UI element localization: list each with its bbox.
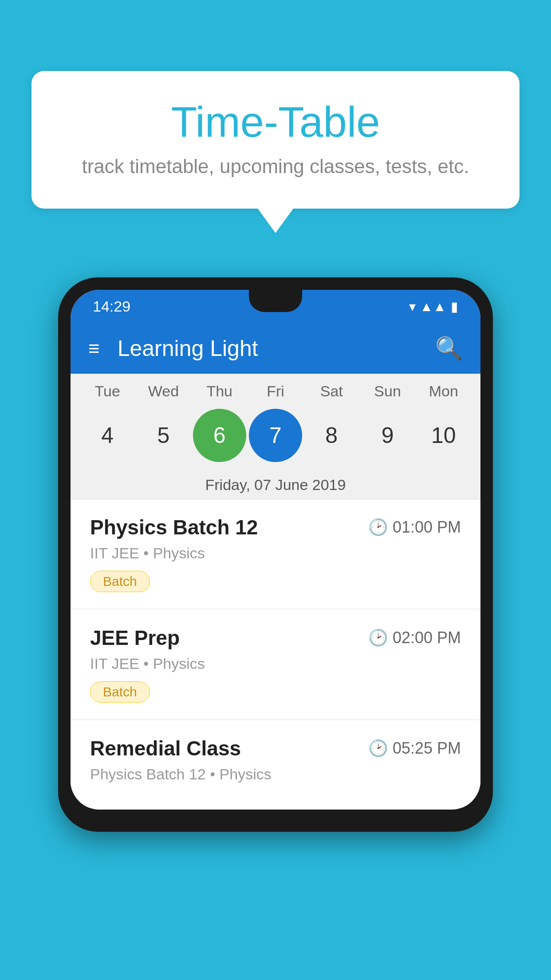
date-8[interactable]: 8 xyxy=(305,409,358,462)
schedule-item-header-1: Physics Batch 12 🕑 01:00 PM xyxy=(90,515,461,539)
day-sat: Sat xyxy=(305,383,358,400)
battery-icon: ▮ xyxy=(451,299,458,314)
schedule-title-1: Physics Batch 12 xyxy=(90,515,258,539)
signal-icon: ▲▲ xyxy=(420,299,446,314)
wifi-icon: ▾ xyxy=(409,299,416,314)
clock-icon-2: 🕑 xyxy=(368,628,388,647)
status-time: 14:29 xyxy=(93,298,130,315)
date-5[interactable]: 5 xyxy=(137,409,190,462)
schedule-subtitle-2: IIT JEE • Physics xyxy=(90,655,461,672)
date-4[interactable]: 4 xyxy=(81,409,134,462)
notch xyxy=(249,290,302,312)
schedule-subtitle-3: Physics Batch 12 • Physics xyxy=(90,766,461,783)
schedule-item-header-2: JEE Prep 🕑 02:00 PM xyxy=(90,626,461,650)
schedule-item-header-3: Remedial Class 🕑 05:25 PM xyxy=(90,736,461,760)
day-sun: Sun xyxy=(361,383,414,400)
schedule-time-3: 🕑 05:25 PM xyxy=(368,739,461,758)
calendar-dates-row: 4 5 6 7 8 9 10 xyxy=(71,404,480,471)
phone-screen: 14:29 ▾ ▲▲ ▮ ≡ Learning Light 🔍 Tue Wed … xyxy=(71,290,480,810)
feature-title: Time-Table xyxy=(67,98,484,146)
day-mon: Mon xyxy=(417,383,470,400)
status-bar: 14:29 ▾ ▲▲ ▮ xyxy=(71,290,480,323)
batch-tag-2: Batch xyxy=(90,681,150,703)
schedule-title-3: Remedial Class xyxy=(90,736,241,760)
schedule-time-1: 🕑 01:00 PM xyxy=(368,518,461,537)
speech-bubble-section: Time-Table track timetable, upcoming cla… xyxy=(31,71,520,233)
date-10[interactable]: 10 xyxy=(417,409,470,462)
speech-bubble-arrow xyxy=(258,209,293,233)
date-6-today[interactable]: 6 xyxy=(193,409,246,462)
schedule-subtitle-1: IIT JEE • Physics xyxy=(90,545,461,562)
day-wed: Wed xyxy=(137,383,190,400)
hamburger-icon[interactable]: ≡ xyxy=(88,337,100,360)
day-thu: Thu xyxy=(193,383,246,400)
batch-tag-1: Batch xyxy=(90,571,150,592)
date-7-selected[interactable]: 7 xyxy=(249,409,302,462)
selected-date-label: Friday, 07 June 2019 xyxy=(71,471,480,499)
day-fri: Fri xyxy=(249,383,302,400)
date-9[interactable]: 9 xyxy=(361,409,414,462)
schedule-item-1[interactable]: Physics Batch 12 🕑 01:00 PM IIT JEE • Ph… xyxy=(71,499,480,608)
schedule-time-2: 🕑 02:00 PM xyxy=(368,628,461,647)
phone-mockup: 14:29 ▾ ▲▲ ▮ ≡ Learning Light 🔍 Tue Wed … xyxy=(58,277,493,832)
feature-subtitle: track timetable, upcoming classes, tests… xyxy=(67,155,484,178)
app-title: Learning Light xyxy=(118,336,422,361)
calendar-days-header: Tue Wed Thu Fri Sat Sun Mon xyxy=(71,374,480,404)
clock-icon-3: 🕑 xyxy=(368,739,388,758)
search-icon[interactable]: 🔍 xyxy=(435,336,463,361)
schedule-item-3[interactable]: Remedial Class 🕑 05:25 PM Physics Batch … xyxy=(71,720,480,808)
schedule-list: Physics Batch 12 🕑 01:00 PM IIT JEE • Ph… xyxy=(71,499,480,808)
app-bar: ≡ Learning Light 🔍 xyxy=(71,323,480,374)
schedule-title-2: JEE Prep xyxy=(90,626,180,650)
phone-frame: 14:29 ▾ ▲▲ ▮ ≡ Learning Light 🔍 Tue Wed … xyxy=(58,277,493,832)
status-icons: ▾ ▲▲ ▮ xyxy=(409,299,458,314)
schedule-item-2[interactable]: JEE Prep 🕑 02:00 PM IIT JEE • Physics Ba… xyxy=(71,610,480,719)
speech-bubble-card: Time-Table track timetable, upcoming cla… xyxy=(31,71,520,209)
clock-icon-1: 🕑 xyxy=(368,518,388,537)
day-tue: Tue xyxy=(81,383,134,400)
